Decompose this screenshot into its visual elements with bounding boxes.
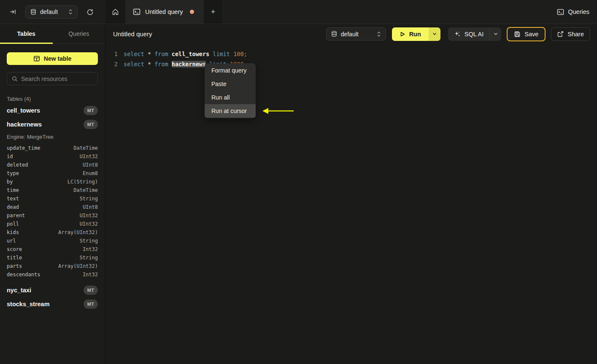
code-token: 100 [233,51,243,57]
sql-ai-button[interactable]: SQL AI [448,27,489,41]
column-type: String [80,196,98,202]
refresh-icon [86,8,94,16]
sidebar-tab-tables[interactable]: Tables [0,24,53,43]
selected-token: hackernews [172,61,206,67]
table-name: hackernews [7,121,42,128]
query-title: Untitled query [113,30,152,38]
menu-item-format-query[interactable]: Format query [205,64,256,77]
table-row-cell_towers[interactable]: cell_towersMT [7,103,98,117]
column-name: deleted [7,162,28,168]
chevron-down-icon [432,32,437,35]
query-toolbar: Untitled query default [105,24,597,44]
column-row: timeDateTime [7,186,98,194]
topbar-database-value: default [40,8,65,15]
search-box [7,72,98,85]
unsaved-indicator-dot [190,10,194,14]
column-type: String [80,255,98,261]
column-row: urlString [7,237,98,245]
collapse-sidebar-button[interactable] [7,5,19,18]
table-row-hackernews[interactable]: hackernewsMT [7,117,98,131]
column-row: kidsArray(UInt32) [7,228,98,237]
column-name: update_time [7,145,40,151]
column-name: dead [7,204,19,210]
code-token: from [154,61,172,67]
code-content[interactable]: select * from cell_towers limit 100; [124,49,247,59]
search-icon [12,76,18,82]
column-type: UInt8 [83,204,98,210]
sparkles-icon [454,31,461,38]
code-lines: 1select * from cell_towers limit 100;2se… [106,49,597,69]
engine-badge: MT [84,286,98,295]
menu-item-run-at-cursor[interactable]: Run at cursor [205,104,256,118]
column-name: kids [7,229,19,235]
search-input[interactable] [21,75,97,82]
column-row: scoreInt32 [7,245,98,253]
column-type: Enum8 [83,170,98,176]
plus-icon: + [211,7,215,16]
new-table-label: New table [44,55,71,62]
play-icon [400,31,405,37]
refresh-button[interactable] [84,5,96,18]
column-row: descendantsInt32 [7,270,98,279]
tables-section-label: Tables (4) [7,96,98,102]
engine-badge: MT [84,120,98,129]
column-type: DateTime [73,187,98,193]
sql-editor[interactable]: 1select * from cell_towers limit 100;2se… [106,44,597,364]
topbar-database-selector[interactable]: default [25,5,78,19]
column-row: deadUInt8 [7,203,98,211]
tab-untitled-query[interactable]: Untitled query [125,0,204,24]
menu-item-run-all[interactable]: Run all [205,91,256,104]
new-table-button[interactable]: New table [7,52,98,65]
save-button[interactable]: Save [507,27,546,41]
sql-ai-dropdown-button[interactable] [489,27,501,41]
new-tab-button[interactable]: + [204,0,223,24]
run-button[interactable]: Run [392,27,429,41]
column-list: update_timeDateTimeidUInt32deletedUInt8t… [7,142,98,283]
column-name: parent [7,213,25,218]
column-type: Int32 [83,272,98,278]
run-label: Run [409,31,421,38]
column-type: UInt32 [80,154,98,159]
tab-strip: Untitled query + [105,0,223,24]
column-row: partsArray(UInt32) [7,262,98,270]
topbar-left-group: default [0,0,105,24]
save-icon [514,31,521,38]
column-type: LC(String) [68,179,98,185]
menu-item-paste[interactable]: Paste [205,77,256,91]
table-icon [33,55,40,62]
share-label: Share [567,31,584,38]
column-type: UInt32 [80,221,98,227]
run-dropdown-button[interactable] [429,27,440,41]
second-row: Tables Queries Untitled query default [0,24,597,44]
column-type: String [80,238,98,244]
collapse-sidebar-icon [10,8,16,15]
column-row: deletedUInt8 [7,161,98,169]
engine-badge: MT [84,106,98,115]
queries-button[interactable]: Queries [557,8,589,16]
code-token: * [148,61,154,67]
engine-badge: MT [84,299,98,309]
sidebar-tab-queries[interactable]: Queries [53,24,105,43]
column-name: parts [7,263,22,269]
column-type: Array(UInt32) [58,229,98,235]
table-row-nyc_taxi[interactable]: nyc_taxiMT [7,283,98,297]
chevron-updown-icon [68,9,73,15]
external-link-icon [557,31,564,37]
column-row: update_timeDateTime [7,144,98,152]
share-button[interactable]: Share [551,27,590,41]
column-name: time [7,187,19,193]
toolbar-database-selector[interactable]: default [326,27,386,40]
sql-ai-button-group: SQL AI [448,27,501,41]
home-button[interactable] [105,0,125,24]
code-token: * [148,51,154,57]
column-name: id [7,154,13,159]
chevron-updown-icon [377,31,381,37]
column-name: poll [7,221,19,227]
top-bar: default [0,0,597,24]
save-label: Save [524,31,538,38]
table-row-stocks_stream[interactable]: stocks_streamMT [7,297,98,311]
terminal-icon [133,8,140,16]
home-icon [112,8,119,16]
column-row: idUInt32 [7,152,98,161]
run-button-group: Run [392,27,440,41]
